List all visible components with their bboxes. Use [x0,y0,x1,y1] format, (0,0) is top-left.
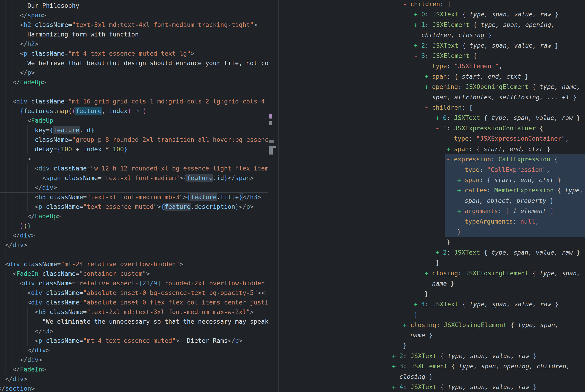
collapse-toggle[interactable]: - [436,125,439,132]
code-line[interactable]: <span className="text-xl font-medium">{f… [0,173,268,183]
collapse-toggle[interactable]: - [403,0,407,8]
collapse-toggle[interactable]: - [447,156,450,163]
code-line[interactable]: key={feature.id} [0,125,268,135]
code-line[interactable]: <FadeIn className="container-custom"> [0,269,268,278]
expand-toggle[interactable]: + [425,83,428,90]
code-line[interactable]: </h2> [0,39,268,49]
ast-row[interactable]: + closing: JSXClosingElement { type, spa… [278,268,585,278]
ast-row[interactable]: + span: { start, end, ctxt } [278,71,585,82]
code-line[interactable]: ))} [0,221,268,231]
code-line[interactable] [0,250,268,259]
code-line[interactable]: </div> [0,346,268,355]
ast-row[interactable]: + 3: JSXElement { type, span, opening, c… [278,361,585,371]
expand-toggle[interactable]: + [457,176,461,184]
code-line[interactable]: </p> [0,68,268,78]
code-line[interactable]: delay={100 + index * 100} [0,144,268,154]
code-line[interactable]: className="group p-8 rounded-2xl transit… [0,135,268,144]
ast-row[interactable]: type: "CallExpression", [278,164,585,175]
ast-row[interactable]: + span: { start, end, ctxt } [278,144,585,154]
code-line[interactable]: </section> [0,384,268,392]
code-line[interactable]: </div> [0,374,268,384]
scrollbar[interactable] [268,0,278,392]
code-line[interactable]: "We eliminate the unnecessary so that th… [0,317,268,326]
ast-row[interactable]: type: "JSXElement", [278,61,585,71]
ast-panel[interactable]: - children: [+ 0: JSXText { type, span, … [278,0,585,392]
ast-row[interactable]: - 3: JSXElement { [278,50,585,61]
ast-row[interactable]: + span: { start, end, ctxt } [278,175,585,185]
code-line[interactable] [0,87,268,97]
ast-row[interactable]: } [278,226,585,237]
expand-toggle[interactable]: + [457,208,461,214]
code-line[interactable]: </div> [0,183,268,192]
ast-row[interactable]: closing } [278,372,585,382]
collapse-toggle[interactable]: - [425,104,428,111]
code-line[interactable]: {features.map((feature, index) ⇒ ( [0,106,268,116]
ast-row[interactable]: - expression: CallExpression { [278,154,585,164]
ast-row[interactable]: + 1: JSXElement { type, span, opening, [278,20,585,30]
code-line[interactable]: </h3> [0,326,268,336]
code-line[interactable]: </FadeUp> [0,78,268,87]
expand-toggle[interactable]: + [414,11,418,18]
expand-toggle[interactable]: + [414,42,418,49]
code-line[interactable]: > [0,154,268,164]
code-line[interactable]: </span> [0,10,268,20]
expand-toggle[interactable]: + [425,270,428,277]
code-line[interactable]: </FadeIn> [0,365,268,374]
ast-row[interactable]: - children: [ [278,102,585,112]
code-line[interactable]: <div className="w-12 h-12 rounded-xl bg-… [0,164,268,173]
code-line[interactable]: <div className="absolute inset-0 bg-esse… [0,288,268,298]
code-line[interactable]: Harmonizing form with function [0,30,268,39]
ast-row[interactable]: name } [278,330,585,340]
expand-toggle[interactable]: + [414,300,418,308]
code-line[interactable]: <p className="mt-4 text-essence-muted">—… [0,336,268,346]
ast-row[interactable]: } [278,237,585,247]
expand-toggle[interactable]: + [392,383,396,390]
ast-row[interactable]: } [278,288,585,299]
ast-row[interactable]: + callee: MemberExpression { type, [278,185,585,195]
ast-row[interactable]: span, object, property } [278,196,585,206]
ast-row[interactable]: + opening: JSXOpeningElement { type, nam… [278,82,585,92]
expand-toggle[interactable]: + [436,114,439,121]
collapse-toggle[interactable]: - [414,52,418,59]
code-line[interactable]: </div> [0,231,268,240]
code-line[interactable]: <div className="relative aspect-[21/9] r… [0,278,268,288]
ast-row[interactable]: + 2: JSXText { type, span, value, raw } [278,351,585,361]
ast-row[interactable]: + 0: JSXText { type, span, value, raw } [278,112,585,123]
ast-row[interactable]: name } [278,278,585,288]
ast-row[interactable]: - 1: JSXExpressionContainer { [278,123,585,133]
ast-row[interactable]: children, closing } [278,30,585,40]
ast-row[interactable]: ] [278,258,585,268]
code-line[interactable]: </div> [0,240,268,250]
ast-row[interactable]: type: "JSXExpressionContainer", [278,133,585,144]
ast-row[interactable]: ] [278,309,585,320]
code-line[interactable]: <h3 className="text-2xl md:text-3xl font… [0,307,268,317]
code-line[interactable]: Our Philosophy [0,1,268,10]
code-line[interactable]: <div className="mt-16 grid grid-cols-1 m… [0,97,268,106]
ast-row[interactable]: + 2: JSXText { type, span, value, raw } [278,40,585,50]
ast-row[interactable]: + closing: JSXClosingElement { type, spa… [278,320,585,330]
code-line[interactable]: <FadeUp [0,116,268,125]
expand-toggle[interactable]: + [392,362,396,370]
ast-row[interactable]: + 0: JSXText { type, span, value, raw } [278,9,585,19]
ast-row[interactable]: typeArguments: null, [278,216,585,226]
code-editor[interactable]: Our Philosophy </span> <h2 className="te… [0,0,278,392]
ast-row[interactable]: + 4: JSXText { type, span, value, raw } [278,382,585,392]
ast-row[interactable]: span, attributes, selfClosing, ... +1 } [278,92,585,102]
expand-toggle[interactable]: + [457,187,461,194]
expand-toggle[interactable]: + [414,21,418,28]
ast-row[interactable]: + arguments: [ 1 element ] [278,206,585,216]
expand-toggle[interactable]: + [436,249,439,256]
expand-toggle[interactable]: + [425,73,428,80]
code-line[interactable]: <p className="text-essence-muted">{featu… [0,202,268,212]
code-line[interactable]: <div className="mt-24 relative overflow-… [0,259,268,269]
expand-toggle[interactable]: + [392,352,396,360]
code-line[interactable]: <p className="mt-4 text-essence-muted te… [0,49,268,58]
code-line[interactable]: <div className="absolute inset-0 flex fl… [0,298,268,307]
ast-row[interactable]: } [278,340,585,350]
code-line[interactable]: <h2 className="text-3xl md:text-4xl font… [0,20,268,30]
expand-toggle[interactable]: + [403,321,407,328]
code-line[interactable]: We believe that beautiful design should … [0,58,268,68]
code-line[interactable]: </FadeUp> [0,212,268,221]
code-line[interactable]: <h3 className="text-xl font-medium mb-3"… [0,192,268,202]
ast-row[interactable]: - children: [ [278,0,585,9]
